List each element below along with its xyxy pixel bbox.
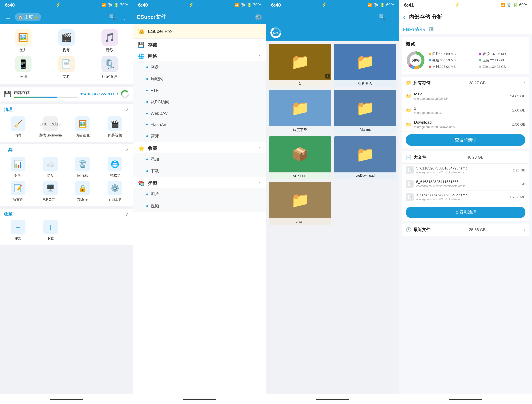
back-button[interactable]: ‹ — [403, 13, 406, 21]
file-name-analyze: 析机器人 — [334, 80, 397, 87]
recent-files-header[interactable]: 🕐 最近文件 25.56 GB › — [402, 224, 529, 236]
breadcrumb-refresh-icon[interactable]: 🔃 — [429, 27, 434, 32]
settings-button[interactable]: ⚙️ — [255, 14, 262, 20]
clean-item-nomedia[interactable]: .nomedia 查找 .nomedia — [36, 116, 65, 138]
file-item-crash[interactable]: 📁 crash — [269, 182, 331, 225]
type-video-item[interactable]: 视频 — [133, 200, 266, 212]
all-storage-header[interactable]: 📁 所有存储 38.27 GB › — [402, 77, 529, 89]
photos-icon-box: 🖼️ — [15, 29, 32, 46]
network-item-lan[interactable]: 局域网 — [133, 73, 266, 85]
media-item-apps[interactable]: 📱 应用 — [3, 56, 43, 79]
clean-item-fake-img[interactable]: 🖼️ 伪装图像 — [68, 116, 98, 138]
file-item-analyze[interactable]: 📁 析机器人 — [334, 44, 397, 87]
file-name-download: 速度下载 — [269, 126, 331, 134]
file-name-crash: crash — [269, 218, 331, 225]
panel-filebrowser: 6:40 ⚡ 📶 📡 🔋 69% 🔍 ⋮ 68% 📁 1 1 — [266, 0, 399, 404]
fav-toggle[interactable]: ∧ — [126, 211, 129, 217]
menu-button[interactable]: ☰ — [4, 12, 12, 22]
large-file-2[interactable]: 📄 5_6168182325411581865.temp /storage/em… — [402, 177, 529, 191]
search-button-3[interactable]: 🔍 — [379, 14, 386, 20]
analysis-page-title: 内部存储 分析 — [409, 13, 519, 21]
tool-new-file[interactable]: 📝 新文件 — [3, 181, 33, 202]
clean-item-clean[interactable]: 🧹 清理 — [3, 116, 33, 138]
media-item-docs[interactable]: 📄 文档 — [46, 56, 86, 79]
media-item-archive[interactable]: 🗜️ 压缩管理 — [90, 56, 130, 79]
type-photos-label: 图片 — [151, 191, 159, 197]
more-button-1[interactable]: ⋮ — [120, 12, 129, 22]
storage-entry-1[interactable]: 📁 1 /storage/emulated/0/1/ 1.60 GB — [402, 103, 529, 117]
large-files-header[interactable]: 📄 大文件 46.23 GB › — [402, 151, 529, 164]
large-file-3[interactable]: 📄 1_5098588202868933484.temp /storage/em… — [402, 191, 529, 204]
legend-video-text: 视频:650.13 MB — [432, 58, 456, 63]
large-file-path-3: /storage/emulated/0/Android/data/org... — [416, 198, 506, 201]
tool-all[interactable]: ⚙️ 全部工具 — [100, 181, 130, 202]
file-item-apkpure[interactable]: 📦 APKPure — [269, 136, 331, 179]
new-file-icon: 📝 — [11, 181, 25, 195]
network-toggle[interactable]: ∧ — [258, 54, 261, 59]
storage-entry-mt2[interactable]: 📁 MT2 /storage/emulated/0/MT2/ 34.63 GB — [402, 89, 529, 103]
network-item-ftp[interactable]: FTP — [133, 85, 266, 96]
large-file-1[interactable]: 📄 5_6118326735881634793.temp /storage/em… — [402, 164, 529, 177]
overview-card: 概览 — [402, 37, 529, 74]
clean-toggle[interactable]: ∧ — [126, 107, 129, 112]
home-label: 主页 — [24, 14, 33, 20]
tool-lan[interactable]: 🌐 局域网 — [100, 157, 130, 178]
tool-trash[interactable]: 🗑️ 回收站 — [68, 157, 98, 178]
legend-dot-apps — [479, 59, 481, 61]
music-icon-box: 🎵 — [101, 29, 118, 46]
types-menu-header[interactable]: 📚 类型 ∧ — [133, 177, 266, 188]
network-menu-header[interactable]: 🌐 网络 ∧ — [133, 50, 266, 61]
network-item-cloud[interactable]: 网盘 — [133, 61, 266, 73]
large-file-size-1: 1.25 GB — [513, 168, 526, 172]
large-files-action-btn[interactable]: 查看和清理 — [406, 207, 526, 218]
all-storage-arrow[interactable]: › — [524, 81, 526, 85]
pro-item[interactable]: 👑 ESuper Pro — [133, 24, 266, 38]
file-badge-1: 1 — [325, 74, 330, 78]
recent-files-arrow[interactable]: › — [524, 227, 526, 232]
fav-download-item[interactable]: 下载 — [133, 165, 266, 177]
tools-section-header: 工具 ∧ — [0, 144, 133, 154]
media-item-video[interactable]: 🎬 视频 — [46, 29, 86, 52]
status-time-1: 6:40 — [5, 2, 15, 8]
overview-donut: 68% — [406, 51, 425, 70]
clean-item-fake-video[interactable]: 🎬 伪装视频 — [100, 116, 130, 138]
fav-add[interactable]: ＋ 添加 — [3, 220, 33, 241]
types-menu-toggle[interactable]: ∧ — [258, 181, 261, 186]
tools-toggle[interactable]: ∧ — [126, 147, 129, 153]
large-files-arrow[interactable]: › — [524, 155, 526, 160]
folder-icon-mt2: 📁 — [406, 93, 412, 99]
fav-add-item[interactable]: 添加 — [133, 153, 266, 165]
tool-pc-access[interactable]: 🖥️ 从PC访问 — [36, 181, 65, 202]
storage-toggle[interactable]: ∨ — [258, 43, 261, 47]
home-button[interactable]: 🏠 主页 🔒 — [15, 13, 41, 21]
network-item-webdav[interactable]: WebDAV — [133, 108, 266, 119]
type-photos-item[interactable]: 图片 — [133, 188, 266, 200]
file-item-bytedownload[interactable]: 📁 yteDownload — [334, 136, 397, 179]
file-item-alarms[interactable]: 📁 Alarms — [334, 90, 397, 134]
search-button-1[interactable]: 🔍 — [107, 12, 117, 22]
more-button-4[interactable]: ⋮ — [522, 14, 528, 20]
tool-vault[interactable]: 🔒 加密库 — [68, 181, 98, 202]
file-item-download[interactable]: 📁 速度下载 — [269, 90, 331, 134]
fav-download[interactable]: ↓ 下载 — [36, 220, 65, 241]
network-item-flashair[interactable]: FlashAir — [133, 119, 266, 130]
storage-menu-header[interactable]: 💾 存储 ∨ — [133, 38, 266, 50]
fav-menu-header[interactable]: ⭐ 收藏 ∧ — [133, 142, 266, 153]
tool-analyze[interactable]: 📊 分析 — [3, 157, 33, 178]
media-item-music[interactable]: 🎵 音乐 — [90, 29, 130, 52]
tool-cloud[interactable]: ☁️ 网盘 — [36, 157, 65, 178]
home-indicator-4 — [449, 398, 482, 400]
home-indicator-2 — [183, 398, 216, 400]
media-item-photos[interactable]: 🖼️ 图片 — [3, 29, 43, 52]
network-item-bluetooth[interactable]: 蓝牙 — [133, 130, 266, 142]
storage-entry-download[interactable]: 📁 Download /storage/emulated/0/Download/… — [402, 117, 529, 132]
network-item-pc[interactable]: 从PC访问 — [133, 96, 266, 108]
home-icon: 🏠 — [18, 15, 23, 20]
all-storage-action-btn[interactable]: 查看和清理 — [406, 134, 526, 146]
fav-menu-toggle[interactable]: ∧ — [258, 146, 261, 151]
analyze-label: 分析 — [14, 173, 22, 178]
file-item-1[interactable]: 📁 1 1 — [269, 44, 331, 87]
toolbar-2: ESuper文件 ⚙️ — [133, 10, 266, 24]
more-button-3[interactable]: ⋮ — [389, 14, 395, 20]
storage-section[interactable]: 💾 内部存储 154.18 GB / 227.83 GB — [0, 87, 133, 102]
